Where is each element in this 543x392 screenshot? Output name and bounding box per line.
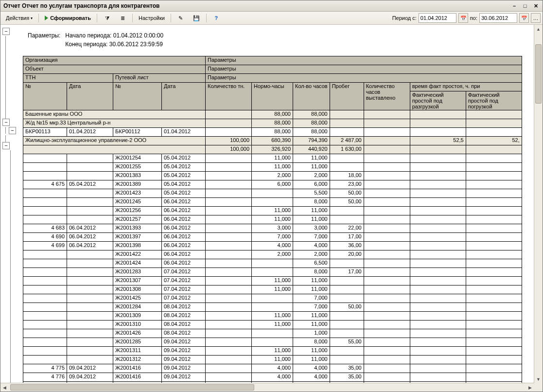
table-row[interactable]: Ж200138305.04.20122,0002,00018,00 [23, 172, 522, 180]
table-row[interactable]: 4 68306.04.2012Ж200139306.04.20123,0003,… [23, 224, 522, 233]
cell [364, 233, 410, 242]
table-row[interactable]: Ж200142608.04.20121,000 [23, 329, 522, 338]
cell [67, 207, 113, 215]
cell: 4,000 [252, 242, 293, 250]
table-row[interactable]: Ж200130707.04.201211,00011,000 [23, 277, 522, 285]
table-row[interactable]: Ж200142206.04.20122,0002,00020,00 [23, 250, 522, 259]
cell: 2 487,00 [330, 137, 364, 145]
cell [330, 154, 364, 163]
table-row[interactable]: Ж200142406.04.20126,500 [23, 259, 522, 268]
table-row[interactable]: 4 67505.04.2012Ж200138905.04.20126,0006,… [23, 180, 522, 189]
sort-button[interactable]: ≣ [115, 13, 130, 23]
cell [23, 154, 67, 163]
cell [206, 163, 252, 172]
group-row[interactable]: Жилищно-эксплуатационное управление-2 ОО… [23, 137, 522, 145]
table-row[interactable]: Ж200131109.04.201211,00011,000 [23, 347, 522, 356]
table-row[interactable]: Ж200130908.04.201211,00011,000 [23, 312, 522, 321]
period-to-input[interactable] [479, 13, 517, 23]
cell [206, 180, 252, 189]
window-title: Отчет Отчет по услугам транспорта для ко… [3, 2, 510, 9]
tree-gutter: − − − − [0, 25, 20, 392]
table-row[interactable]: Ж200125405.04.201211,00011,000 [23, 154, 522, 163]
table-row[interactable]: 4 77609.04.2012Ж200141609.04.20124,0004,… [23, 373, 522, 382]
cell [364, 110, 410, 119]
cell: 07.04.2012 [162, 285, 206, 294]
group-row[interactable]: Ж/д №15 мкр.33 Центральный р-н88,00088,0… [23, 119, 522, 128]
maximize-button[interactable]: □ [521, 2, 529, 9]
table-row[interactable]: Ж200125706.04.201211,00011,000 [23, 215, 522, 224]
cell [410, 347, 466, 356]
cell [466, 172, 522, 180]
scroll-thumb[interactable] [535, 44, 542, 104]
tree-toggle[interactable]: − [2, 28, 10, 35]
group-row[interactable]: Башенные краны ООО88,00088,000 [23, 110, 522, 119]
cell [410, 242, 466, 250]
vertical-scrollbar[interactable]: ▲ ▼ [534, 25, 543, 383]
table-row[interactable]: Ж200142305.04.20125,50050,00 [23, 189, 522, 198]
minimize-button[interactable]: – [510, 2, 518, 9]
cell [23, 312, 67, 321]
cell: 7,000 [293, 233, 330, 242]
help-icon: ? [212, 14, 220, 22]
period-from-input[interactable] [419, 13, 456, 23]
tool-button-2[interactable]: 💾 [189, 13, 204, 23]
cell [23, 172, 67, 180]
table-row[interactable]: Ж200131209.04.201211,00011,000 [23, 356, 522, 364]
cell: 6,000 [293, 180, 330, 189]
cell [466, 189, 522, 198]
cell [410, 250, 466, 259]
run-report-button[interactable]: Сформировать [41, 13, 94, 23]
cell: 05.04.2012 [162, 189, 206, 198]
actions-menu[interactable]: Действия▾ [2, 13, 36, 23]
period-to-calendar[interactable]: 📅 [519, 13, 529, 23]
table-row[interactable]: Ж200125505.04.201211,00011,000 [23, 163, 522, 172]
cell [330, 329, 364, 338]
report-content[interactable]: Параметры:Начало периода: 01.04.2012 0:0… [20, 25, 543, 392]
scroll-left-arrow[interactable]: ◀ [0, 383, 9, 392]
cell: 11,000 [252, 347, 293, 356]
cell: 52,5 [410, 137, 466, 145]
period-from-calendar[interactable]: 📅 [458, 13, 468, 23]
scroll-thumb[interactable] [10, 384, 254, 391]
settings-button[interactable]: Настройки [135, 13, 168, 23]
close-button[interactable]: ✕ [532, 2, 540, 9]
cell [330, 110, 364, 119]
tree-toggle[interactable]: − [2, 142, 10, 149]
cell [364, 180, 410, 189]
scroll-down-arrow[interactable]: ▼ [534, 375, 543, 383]
cell: 88,000 [252, 110, 293, 119]
table-row[interactable]: Ж200124506.04.20128,00050,00 [23, 198, 522, 207]
table-row[interactable]: Ж200128307.04.20128,00017,00 [23, 268, 522, 277]
cell [330, 163, 364, 172]
table-row[interactable]: 4 69906.04.2012Ж200139806.04.20124,0004,… [23, 242, 522, 250]
filter-button[interactable]: ⧩ [100, 13, 114, 23]
horizontal-scrollbar[interactable]: ◀ ▶ [0, 383, 534, 392]
cell [364, 356, 410, 364]
cell [466, 347, 522, 356]
group-row[interactable]: 100,000326,920440,9201 630,00 [23, 145, 522, 154]
table-row[interactable]: Ж200131008.04.201211,00011,000 [23, 321, 522, 329]
cell [466, 285, 522, 294]
table-row[interactable]: 4 69006.04.2012Ж200139706.04.20127,0007,… [23, 233, 522, 242]
scroll-right-arrow[interactable]: ▶ [526, 383, 534, 392]
period-more-button[interactable]: … [531, 13, 541, 23]
cell: 05.04.2012 [162, 180, 206, 189]
cell [206, 189, 252, 198]
cell: 100,000 [206, 137, 252, 145]
table-row[interactable]: Ж200125606.04.201211,00011,000 [23, 207, 522, 215]
cell: 2,000 [252, 172, 293, 180]
table-row[interactable]: Ж200130807.04.201211,00011,000 [23, 285, 522, 294]
cell: Ж2001312 [113, 356, 162, 364]
tool-button-1[interactable]: ✎ [174, 13, 188, 23]
tree-toggle[interactable]: − [9, 127, 16, 134]
table-row[interactable]: Ж200128509.04.20128,00055,00 [23, 338, 522, 347]
cell: 88,000 [252, 128, 293, 137]
table-row[interactable]: 4 77509.04.2012Ж200141609.04.20124,0004,… [23, 364, 522, 373]
group-row[interactable]: БКР0011301.04.2012БКР0011201.04.201288,0… [23, 128, 522, 137]
scroll-up-arrow[interactable]: ▲ [534, 25, 543, 33]
cell: 05.04.2012 [162, 154, 206, 163]
tree-toggle[interactable]: − [2, 119, 10, 126]
table-row[interactable]: Ж200142507.04.20127,000 [23, 294, 522, 303]
help-button[interactable]: ? [209, 13, 224, 23]
table-row[interactable]: Ж200128408.04.20127,00050,00 [23, 303, 522, 312]
